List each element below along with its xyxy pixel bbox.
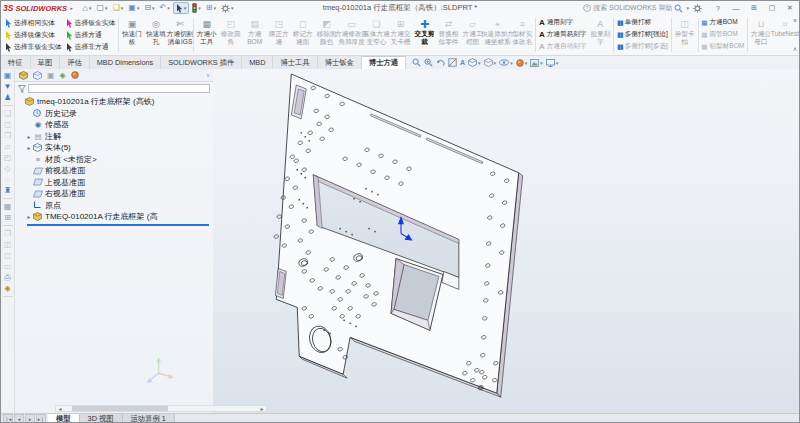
ribbon-collapse-icon[interactable]: ˄ xyxy=(793,46,797,53)
ribbon-command[interactable]: ▦圆管BOM xyxy=(701,29,744,40)
tool-8-icon[interactable]: ◰ xyxy=(4,153,12,162)
ribbon-button-replace[interactable]: ⇄替换相似零件 xyxy=(437,16,461,54)
tab-nav-previous-button[interactable]: ◂ xyxy=(14,414,24,423)
panel-flyout-icon[interactable]: › xyxy=(207,72,209,79)
open-button[interactable]: ❏▾ xyxy=(111,2,126,14)
tool-1-icon[interactable]: ▣ xyxy=(4,71,12,80)
tree-item-plane-6[interactable]: 上视基准面 xyxy=(17,177,213,189)
graphics-viewport[interactable]: ▣◈› tmeq-010201a 行走底框架 (高铁)历史记录◉传感器▸▤注解▸… xyxy=(15,69,799,413)
document-tab-运动算例-1[interactable]: 运动算例 1 xyxy=(123,414,175,423)
command-tab-博士工具[interactable]: 博士工具 xyxy=(273,56,317,69)
ribbon-button-fillet[interactable]: ◰修改圆角 xyxy=(219,16,243,54)
help-icon[interactable]: ? xyxy=(711,5,725,12)
tree-item-plane-5[interactable]: 前视基准面 xyxy=(17,165,213,177)
expand-arrow-icon[interactable]: ▸ xyxy=(25,144,33,151)
ribbon-button-panel[interactable]: ▣快速门板 xyxy=(120,16,144,54)
rebuild-stoplight-button[interactable]: ▾ xyxy=(190,2,203,14)
tool-18-icon[interactable]: ⎙ xyxy=(4,273,10,282)
tool-12-icon[interactable]: ▦ xyxy=(4,202,12,211)
print-button[interactable]: ⊟▾ xyxy=(142,2,156,14)
tool-10-icon[interactable]: ◌ xyxy=(5,175,10,184)
tab-nav-first-button[interactable]: ❘◂ xyxy=(3,414,13,423)
tree-item-bodies-3[interactable]: ▸实体(5) xyxy=(17,142,213,154)
hide-show-items-icon[interactable]: ▾ xyxy=(499,59,513,66)
ribbon-overflow-icon[interactable]: » xyxy=(793,17,797,24)
tool-11-icon[interactable]: ♜ xyxy=(4,186,11,195)
save-button[interactable]: ▣▾ xyxy=(126,2,141,14)
command-tab-solidworks-插件[interactable]: SOLIDWORKS 插件 xyxy=(161,56,242,69)
edit-appearance-icon[interactable]: ▾ xyxy=(516,59,528,67)
options-gear-icon[interactable] xyxy=(693,4,707,13)
close-button[interactable]: ✕ xyxy=(783,4,797,12)
select-command[interactable]: 选择方通 xyxy=(66,29,116,41)
ribbon-button-align[interactable]: ◳摆正方通 xyxy=(267,16,291,54)
ribbon-button-bom[interactable]: ▤方通BOM xyxy=(243,16,267,54)
select-command[interactable]: 选择镜像实体 xyxy=(5,29,62,41)
undo-button[interactable]: ↶▾ xyxy=(158,2,172,14)
tree-item-material-4[interactable]: ≡材质 <未指定> xyxy=(17,154,213,166)
property-manager-tab[interactable] xyxy=(33,71,42,80)
ribbon-button-thickness[interactable]: ▭方通修改圆角和厚度 xyxy=(339,16,365,54)
tree-item-origin-8[interactable]: 原点 xyxy=(17,200,213,212)
chevron-down-icon[interactable]: ▾ xyxy=(686,5,689,11)
scroll-right-icon[interactable]: ▸ xyxy=(258,406,266,412)
tool-3-icon[interactable]: ♟ xyxy=(4,93,11,102)
scrollbar-thumb[interactable] xyxy=(72,406,168,411)
expand-arrow-icon[interactable]: ▸ xyxy=(25,213,33,220)
restore-button[interactable]: ▢ xyxy=(765,4,779,12)
minimize-button[interactable]: — xyxy=(729,5,743,12)
zoom-to-fit-icon[interactable] xyxy=(412,58,421,67)
tool-4-icon[interactable]: ❏ xyxy=(4,109,11,118)
ribbon-button-crossslot[interactable]: ⊞方通交叉卡槽 xyxy=(389,16,413,54)
section-view-icon[interactable] xyxy=(448,58,457,67)
home-button[interactable]: ⌂▾ xyxy=(81,2,94,14)
command-tab-博士方通[interactable]: 博士方通 xyxy=(362,56,406,69)
tree-horizontal-scrollbar[interactable]: ◂ ▸ xyxy=(55,405,267,412)
view-orientation-icon[interactable]: ▾ xyxy=(468,58,481,67)
ribbon-command[interactable]: ▮▮多侧打标[多选] xyxy=(617,41,668,52)
tool-6-icon[interactable]: ❒ xyxy=(4,131,11,140)
ribbon-button-tube-port[interactable]: ⊔方通公母口 xyxy=(749,16,773,54)
ribbon-command[interactable]: ▮▮多侧打标[强迫] xyxy=(617,29,668,40)
select-command[interactable]: 选择非方通 xyxy=(66,41,116,53)
tool-17-icon[interactable]: ▭ xyxy=(4,262,12,271)
ribbon-button-crossplus[interactable]: ✚交叉剪裁 xyxy=(413,16,437,54)
select-command[interactable]: 选择非钣金实体 xyxy=(5,41,62,53)
ribbon-button-hollow[interactable]: ❏实体方通变空心 xyxy=(365,16,389,54)
document-tab-模型[interactable]: 模型 xyxy=(48,414,80,423)
tree-item-plane-7[interactable]: 右视基准面 xyxy=(17,188,213,200)
ribbon-command[interactable]: ▦铝型材BOM xyxy=(701,41,744,52)
view-settings-icon[interactable]: ▾ xyxy=(546,59,559,67)
help-search[interactable]: ? 搜索 SOLIDWORKS 帮助 ▾ xyxy=(583,3,689,13)
apply-scene-icon[interactable]: ▾ xyxy=(530,59,543,67)
document-tab-3d-视图[interactable]: 3D 视图 xyxy=(80,414,123,423)
tool-13-icon[interactable]: ⊞ xyxy=(4,213,11,222)
new-document-button[interactable]: ▢▾ xyxy=(95,2,110,14)
ribbon-command[interactable]: A方通自动刻字 xyxy=(539,41,586,52)
search-icon[interactable] xyxy=(674,4,683,13)
display-manager-tab[interactable] xyxy=(71,71,79,79)
ribbon-button-batch-engrave[interactable]: A批量刻字 xyxy=(588,16,612,54)
ribbon-button-rename[interactable]: ≡型材实体改名 xyxy=(510,16,534,54)
ribbon-command[interactable]: ▮▮单侧打标 xyxy=(617,17,668,28)
tree-item-annotations-2[interactable]: ▸▤注解 xyxy=(17,131,213,143)
tree-item-sensor-1[interactable]: ◉传感器 xyxy=(17,119,213,131)
ribbon-command[interactable]: ▦方通BOM xyxy=(701,17,744,28)
select-cursor-button[interactable]: ▾ xyxy=(173,2,190,14)
tree-item-history-0[interactable]: 历史记录 xyxy=(17,108,213,120)
zoom-to-area-icon[interactable] xyxy=(424,58,433,67)
command-tab-评估[interactable]: 评估 xyxy=(60,56,90,69)
select-command[interactable]: 选择钣金实体 xyxy=(66,17,116,29)
ribbon-command[interactable]: A通用刻字 xyxy=(539,17,586,28)
ribbon-button-igs[interactable]: ✄方通切割清单IGS xyxy=(168,16,192,54)
command-tab-mbd-dimensions[interactable]: MBD Dimensions xyxy=(90,56,161,69)
ribbon-command[interactable]: A方通简易刻字 xyxy=(539,29,586,40)
feature-manager-tab[interactable] xyxy=(19,71,28,80)
tool-16-icon[interactable]: ◻ xyxy=(4,251,11,260)
tree-filter-input[interactable] xyxy=(28,84,210,93)
configuration-manager-tab[interactable]: ▣ xyxy=(47,71,55,80)
ribbon-button-coords[interactable]: ⌖快速添加方通坐标系 xyxy=(485,16,511,54)
expand-arrow-icon[interactable]: ▸ xyxy=(25,133,33,140)
dimxpert-manager-tab[interactable]: ◈ xyxy=(60,71,66,80)
tool-7-icon[interactable]: ▱ xyxy=(4,142,10,151)
